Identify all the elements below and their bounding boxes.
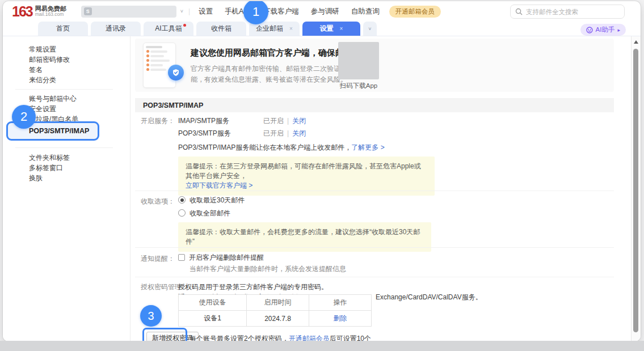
sidebar-item-signature[interactable]: 签名 xyxy=(29,65,43,74)
close-icon[interactable]: × xyxy=(339,26,343,32)
sidebar-divider xyxy=(15,89,113,90)
chevron-right-icon: ▸ xyxy=(617,27,620,33)
header-menu: 设置 手机App 下载客户端 参与调研 自助查询 xyxy=(199,7,380,16)
sidebar-item-mail-classify[interactable]: 来信分类 xyxy=(29,75,56,84)
warning-text: 温馨提示：收取大量邮件，会耗费您更多的流量，建议您选择“收取最近30天邮件” xyxy=(186,228,420,246)
top-header: 163 网易免费邮 mail.163.com S ˅ | 设置 手机App 下载… xyxy=(3,1,641,22)
cell-enable-date: 2024.7.8 xyxy=(247,311,309,327)
settings-sidebar: 常规设置 邮箱密码修改 签名 来信分类 账号与邮箱中心 安全设置 反垃圾/黑白名… xyxy=(3,36,131,341)
shield-check-icon xyxy=(168,65,184,81)
close-icon[interactable]: × xyxy=(289,26,293,32)
tab-contacts[interactable]: 通讯录 xyxy=(91,22,141,36)
notify-label: 通知提醒： xyxy=(141,254,175,264)
scrollbar-thumb[interactable] xyxy=(633,49,638,332)
service-name: IMAP/SMTP服务 xyxy=(178,116,263,126)
sidebar-item-pop3-smtp-imap[interactable]: POP3/SMTP/IMAP xyxy=(29,126,89,136)
tab-ai-toolbox[interactable]: AI工具箱 xyxy=(144,22,193,36)
tab-bar: 首页 通讯录 AI工具箱 收件箱 企业邮箱 × 设置 × ˅ AI助手 ▸ xyxy=(3,22,641,36)
scroll-up-icon[interactable] xyxy=(634,40,638,44)
sidebar-divider xyxy=(15,147,113,148)
section-title-bar: POP3/SMTP/IMAP xyxy=(135,98,614,112)
service-status: 已开启 xyxy=(263,129,284,137)
cell-device-name: 设备1 xyxy=(179,311,247,327)
notify-hint: 当邮件客户端大量删除邮件时，系统会发送提醒信息 xyxy=(190,264,346,274)
menu-item-self-service[interactable]: 自助查询 xyxy=(351,7,380,16)
service-name: POP3/SMTP服务 xyxy=(178,129,263,138)
sidebar-item-general-settings[interactable]: 常规设置 xyxy=(29,45,56,54)
ai-assistant-icon xyxy=(586,27,593,33)
menu-item-download-client[interactable]: 下载客户端 xyxy=(263,7,299,16)
step-3-badge: 3 xyxy=(140,305,162,327)
delete-authcode-link[interactable]: 删除 xyxy=(334,314,347,322)
download-client-link[interactable]: 立即下载官方客户端 > xyxy=(186,181,252,189)
chevron-down-icon[interactable]: ˅ xyxy=(180,9,183,14)
close-service-link[interactable]: 关闭 xyxy=(292,129,306,137)
mail-163-logo[interactable]: 163 网易免费邮 mail.163.com xyxy=(12,5,66,19)
banner-body-line2: 能，有效避免信息泄露、账号被盗等潜在安全风险。 xyxy=(191,75,347,84)
logo-domain-text: mail.163.com xyxy=(35,12,66,17)
header-divider: | xyxy=(188,7,190,15)
sidebar-item-password-change[interactable]: 邮箱密码修改 xyxy=(29,55,70,64)
tab-home[interactable]: 首页 xyxy=(38,22,88,36)
menu-item-survey[interactable]: 参与调研 xyxy=(311,7,339,16)
checkbox-label: 开启客户端删除邮件提醒 xyxy=(189,253,264,261)
radio-label: 收取全部邮件 xyxy=(190,209,230,217)
account-selector[interactable]: S xyxy=(81,6,176,18)
official-client-banner: 建议您使用网易邮箱官方客户端，确保邮箱安全 官方客户端具有邮件加密传输、邮箱登录… xyxy=(135,39,614,92)
services-description: POP3/SMTP/IMAP服务能让你在本地客户端上收发邮件， xyxy=(178,143,351,151)
col-header-actions: 操作 xyxy=(309,295,372,311)
sidebar-item-multitab-window[interactable]: 多标签窗口 xyxy=(29,163,63,172)
fetch-options-label: 收取选项： xyxy=(141,197,175,206)
search-icon xyxy=(515,8,523,15)
section-divider xyxy=(135,277,614,277)
learn-more-link[interactable]: 了解更多 > xyxy=(351,143,384,151)
ai-assistant-button[interactable]: AI助手 ▸ xyxy=(580,24,626,36)
logo-163-text: 163 xyxy=(12,5,32,19)
search-input[interactable] xyxy=(526,9,620,15)
services-label: 开启服务： xyxy=(141,116,175,126)
authcode-device-table: 使用设备 启用时间 操作 设备1 2024.7.8 删除 xyxy=(178,294,372,327)
radio-recent-30-days[interactable] xyxy=(178,196,186,204)
settings-content: 建议您使用网易邮箱官方客户端，确保邮箱安全 官方客户端具有邮件加密传输、邮箱登录… xyxy=(131,36,631,341)
section-divider xyxy=(135,191,614,191)
radio-all-mail[interactable] xyxy=(178,209,186,217)
desktop-background-strip xyxy=(0,341,644,351)
sidebar-item-account-center[interactable]: 账号与邮箱中心 xyxy=(29,94,77,103)
service-status: 已开启 xyxy=(263,117,284,125)
vertical-scrollbar[interactable] xyxy=(631,36,641,341)
step-2-badge: 2 xyxy=(12,105,36,129)
radio-label: 收取最近30天邮件 xyxy=(190,196,245,204)
col-header-enable-time: 启用时间 xyxy=(247,295,309,311)
table-header-row: 使用设备 启用时间 操作 xyxy=(179,295,372,311)
search-box[interactable] xyxy=(510,5,625,19)
warning-text: 温馨提示：在第三方登录网易邮箱，可能存在邮件泄露风险，甚至危害Apple或其他平… xyxy=(186,162,421,180)
qr-caption: 扫码下载App xyxy=(335,82,382,90)
authcode-desc-1: 授权码是用于登录第三方邮件客户端的专用密码。 xyxy=(178,282,328,292)
tab-inbox[interactable]: 收件箱 xyxy=(196,22,246,36)
mail-app-window: 163 网易免费邮 mail.163.com S ˅ | 设置 手机App 下载… xyxy=(3,1,641,341)
tab-overflow-chevron[interactable]: ˅ xyxy=(363,22,377,36)
sidebar-item-folders-tags[interactable]: 文件夹和标签 xyxy=(29,153,70,162)
chevron-down-icon: ˅ xyxy=(368,26,371,32)
sidebar-item-skin[interactable]: 换肤 xyxy=(29,174,43,183)
new-badge-dot xyxy=(183,24,186,27)
tab-settings[interactable]: 设置 × xyxy=(302,22,360,36)
qr-code-placeholder xyxy=(338,42,379,79)
col-header-device: 使用设备 xyxy=(179,295,247,311)
mail-app-thumbnail xyxy=(143,43,176,88)
account-avatar: S xyxy=(84,7,92,15)
table-row: 设备1 2024.7.8 删除 xyxy=(179,311,372,327)
vip-upgrade-pill[interactable]: 开通邮箱会员 xyxy=(389,6,441,18)
menu-item-settings[interactable]: 设置 xyxy=(199,7,213,16)
third-party-warning-box: 温馨提示：在第三方登录网易邮箱，可能存在邮件泄露风险，甚至危害Apple或其他平… xyxy=(178,157,435,196)
section-divider xyxy=(135,247,614,248)
delete-notify-checkbox[interactable] xyxy=(178,254,185,261)
close-service-link[interactable]: 关闭 xyxy=(292,117,306,125)
